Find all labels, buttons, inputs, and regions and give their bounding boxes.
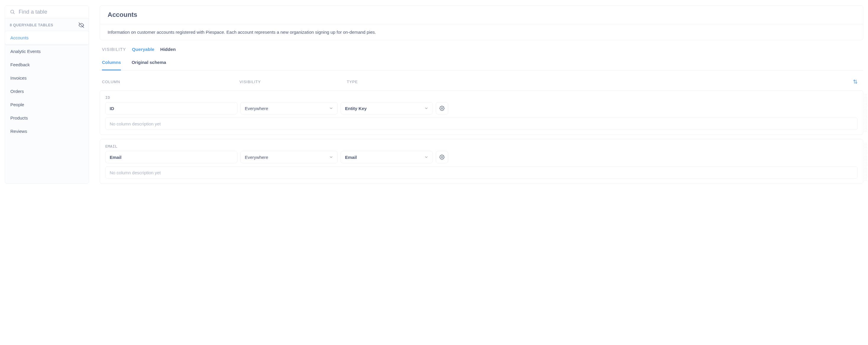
sidebar-item-invoices[interactable]: Invoices bbox=[5, 71, 89, 85]
visibility-row: VISIBILITY Queryable Hidden bbox=[100, 40, 863, 54]
sidebar-item-accounts[interactable]: Accounts bbox=[5, 31, 89, 45]
column-type-select[interactable]: Entity Key bbox=[341, 102, 433, 115]
column-card: ID ID Everywhere Entity Key bbox=[100, 90, 863, 135]
svg-line-1 bbox=[13, 13, 14, 13]
drag-handle[interactable] bbox=[864, 93, 867, 132]
column-description-input[interactable] bbox=[110, 170, 853, 175]
visibility-label: VISIBILITY bbox=[102, 47, 126, 52]
chevron-down-icon bbox=[424, 155, 428, 159]
tab-original-schema[interactable]: Original schema bbox=[131, 60, 166, 70]
column-card: EMAIL Email Everywhere Email bbox=[100, 139, 863, 184]
visibility-option-hidden[interactable]: Hidden bbox=[160, 47, 176, 52]
eye-off-icon[interactable] bbox=[79, 23, 84, 28]
sidebar-item-label: Invoices bbox=[10, 76, 27, 81]
sidebar-item-label: Products bbox=[10, 115, 28, 120]
column-visibility-value: Everywhere bbox=[245, 106, 268, 111]
visibility-option-queryable[interactable]: Queryable bbox=[132, 47, 154, 52]
sidebar-item-products[interactable]: Products bbox=[5, 111, 89, 124]
table-description[interactable]: Information on customer accounts registe… bbox=[100, 24, 863, 40]
tabs-row: Columns Original schema bbox=[100, 54, 863, 71]
column-card-row: ID Everywhere Entity Key bbox=[105, 102, 858, 115]
tab-columns[interactable]: Columns bbox=[102, 60, 121, 70]
queryable-tables-count: 8 QUERYABLE TABLES bbox=[10, 23, 53, 27]
gear-icon bbox=[439, 154, 445, 160]
column-header-column: COLUMN bbox=[102, 80, 240, 84]
search-icon bbox=[10, 9, 15, 15]
sidebar-table-list: Accounts Analytic Events Feedback Invoic… bbox=[5, 31, 89, 142]
column-settings-button[interactable] bbox=[436, 102, 448, 115]
column-raw-name: EMAIL bbox=[105, 144, 858, 148]
sort-columns-button[interactable] bbox=[852, 79, 861, 84]
drag-handle[interactable] bbox=[864, 142, 867, 180]
sidebar: 8 QUERYABLE TABLES Accounts Analytic Eve… bbox=[5, 5, 89, 184]
sidebar-subheading: 8 QUERYABLE TABLES bbox=[5, 18, 89, 31]
svg-point-3 bbox=[441, 108, 443, 109]
column-header-visibility: VISIBILITY bbox=[240, 80, 347, 84]
column-visibility-value: Everywhere bbox=[245, 155, 268, 160]
sidebar-item-label: Orders bbox=[10, 89, 24, 94]
column-raw-name: ID bbox=[105, 95, 858, 100]
column-type-value: Entity Key bbox=[345, 106, 367, 111]
sort-icon bbox=[852, 79, 861, 84]
column-description-input-wrap bbox=[105, 166, 858, 179]
svg-point-0 bbox=[11, 10, 14, 13]
chevron-down-icon bbox=[424, 106, 428, 110]
sidebar-item-label: Accounts bbox=[10, 35, 29, 40]
column-visibility-select[interactable]: Everywhere bbox=[240, 102, 338, 115]
sidebar-item-people[interactable]: People bbox=[5, 98, 89, 111]
column-settings-button[interactable] bbox=[436, 151, 448, 163]
sidebar-item-analytic-events[interactable]: Analytic Events bbox=[5, 45, 89, 58]
gear-icon bbox=[439, 106, 445, 111]
sidebar-item-label: People bbox=[10, 102, 24, 107]
column-header-type: TYPE bbox=[347, 80, 852, 84]
chevron-down-icon bbox=[329, 155, 333, 159]
column-name-text: ID bbox=[110, 106, 114, 111]
sidebar-item-label: Feedback bbox=[10, 62, 30, 67]
table-header-panel: Accounts Information on customer account… bbox=[100, 5, 863, 40]
sidebar-item-label: Analytic Events bbox=[10, 49, 41, 54]
chevron-down-icon bbox=[329, 106, 333, 110]
column-visibility-select[interactable]: Everywhere bbox=[240, 151, 338, 163]
page-title: Accounts bbox=[100, 6, 863, 24]
column-type-value: Email bbox=[345, 155, 357, 160]
column-description-input-wrap bbox=[105, 117, 858, 130]
column-display-name-input[interactable]: Email bbox=[105, 151, 238, 163]
column-description-input[interactable] bbox=[110, 121, 853, 126]
table-search-row bbox=[5, 6, 89, 18]
sidebar-item-feedback[interactable]: Feedback bbox=[5, 58, 89, 71]
column-name-text: Email bbox=[110, 155, 122, 160]
column-headers-row: COLUMN VISIBILITY TYPE bbox=[100, 71, 863, 86]
column-card-row: Email Everywhere Email bbox=[105, 151, 858, 163]
svg-point-4 bbox=[441, 156, 443, 158]
main-panel: Accounts Information on customer account… bbox=[100, 5, 863, 184]
sidebar-item-orders[interactable]: Orders bbox=[5, 85, 89, 98]
sidebar-item-reviews[interactable]: Reviews bbox=[5, 124, 89, 138]
table-search-input[interactable] bbox=[19, 8, 87, 15]
sidebar-item-label: Reviews bbox=[10, 129, 27, 134]
column-type-select[interactable]: Email bbox=[341, 151, 433, 163]
column-display-name-input[interactable]: ID bbox=[105, 102, 238, 115]
